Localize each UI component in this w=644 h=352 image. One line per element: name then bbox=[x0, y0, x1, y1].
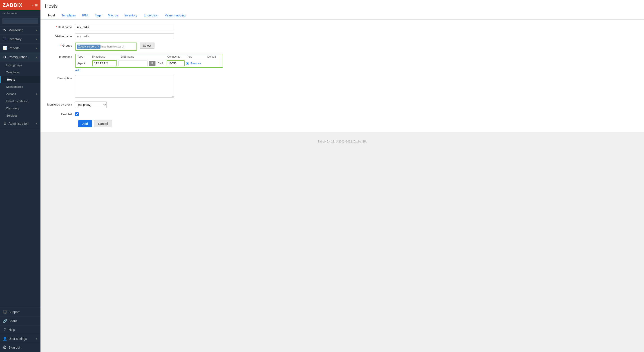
proxy-label: Monitored by proxy bbox=[46, 102, 75, 106]
description-row: Description bbox=[46, 75, 638, 98]
sidebar-subitem-hosts[interactable]: Hosts bbox=[0, 76, 40, 83]
description-label: Description bbox=[46, 75, 75, 80]
sidebar-item-share-label: Share bbox=[8, 319, 38, 323]
col-ip-header: IP address bbox=[92, 55, 118, 58]
tab-inventory[interactable]: Inventory bbox=[121, 12, 140, 19]
connect-ip-button[interactable]: IP bbox=[149, 61, 155, 66]
host-name-label: Host name bbox=[46, 24, 75, 29]
host-name-input[interactable] bbox=[75, 24, 174, 30]
interface-type: Agent bbox=[77, 62, 91, 65]
sidebar-user: zabbix-redis bbox=[0, 10, 40, 17]
sidebar-bottom: 🎧 Support 🔗 Share ? Help 👤 User settings… bbox=[0, 307, 40, 352]
help-icon: ? bbox=[3, 328, 7, 332]
description-field-container bbox=[75, 75, 174, 98]
configuration-chevron: ▲ bbox=[35, 56, 38, 59]
col-dns-header: DNS name bbox=[121, 55, 166, 58]
sidebar-item-configuration[interactable]: ⚙ Configuration ▲ bbox=[0, 53, 40, 62]
sidebar-subitem-services[interactable]: Services bbox=[0, 112, 40, 119]
sidebar-subitem-discovery[interactable]: Discovery bbox=[0, 105, 40, 112]
sidebar-item-inventory[interactable]: ☰ Inventory ▼ bbox=[0, 35, 40, 44]
sidebar-subitem-host-groups[interactable]: Host groups bbox=[0, 62, 40, 69]
sidebar-subitem-templates[interactable]: Templates bbox=[0, 69, 40, 76]
proxy-select[interactable]: (no proxy) bbox=[75, 102, 106, 108]
proxy-field-container: (no proxy) bbox=[75, 102, 174, 108]
interface-ip-input[interactable] bbox=[92, 60, 117, 66]
logo-text: ZABBIX bbox=[3, 2, 22, 8]
expand-icon[interactable]: ⊞ bbox=[35, 3, 38, 7]
monitoring-icon: 👁 bbox=[3, 28, 7, 32]
sidebar-item-support[interactable]: 🎧 Support bbox=[0, 307, 40, 316]
sidebar-item-support-label: Support bbox=[8, 310, 38, 314]
visible-name-label: Visible name bbox=[46, 33, 75, 38]
sidebar-subitem-discovery-label: Discovery bbox=[6, 107, 19, 110]
sidebar-item-share[interactable]: 🔗 Share bbox=[0, 316, 40, 325]
add-button[interactable]: Add bbox=[78, 120, 92, 127]
inventory-chevron: ▼ bbox=[35, 38, 38, 41]
interface-dns-input[interactable] bbox=[118, 61, 148, 66]
host-name-field-container bbox=[75, 24, 174, 30]
host-name-row: Host name bbox=[46, 24, 638, 30]
tab-encryption[interactable]: Encryption bbox=[140, 12, 162, 19]
page-title: Hosts bbox=[45, 3, 640, 9]
page-header: Hosts Host Templates IPMI Tags Macros In… bbox=[40, 0, 644, 20]
interfaces-row: Interfaces Type IP address DNS name Conn… bbox=[46, 54, 638, 72]
sidebar-search-input[interactable] bbox=[2, 18, 38, 24]
tab-host[interactable]: Host bbox=[45, 12, 58, 19]
sidebar-item-monitoring[interactable]: 👁 Monitoring ▼ bbox=[0, 26, 40, 35]
sidebar-subitem-services-label: Services bbox=[6, 114, 18, 117]
tab-ipmi[interactable]: IPMI bbox=[79, 12, 92, 19]
sidebar-item-inventory-label: Inventory bbox=[8, 37, 34, 41]
groups-tag-chip: Zabbix servers ✕ bbox=[77, 45, 100, 49]
interfaces-container: Type IP address DNS name Connect to Port… bbox=[75, 54, 223, 72]
visible-name-field-container bbox=[75, 33, 174, 39]
add-interface-link[interactable]: Add bbox=[75, 69, 80, 72]
interfaces-table: Type IP address DNS name Connect to Port… bbox=[75, 54, 223, 68]
reports-chevron: ▼ bbox=[35, 47, 38, 50]
form-area: Host name Visible name Groups Zabbix ser… bbox=[40, 20, 644, 132]
sidebar-subitem-maintenance-label: Maintenance bbox=[6, 85, 23, 89]
tab-value-mapping[interactable]: Value mapping bbox=[162, 12, 189, 19]
sidebar-subitem-event-correlation[interactable]: Event correlation bbox=[0, 98, 40, 105]
user-settings-icon: 👤 bbox=[3, 336, 7, 341]
connect-dns-button[interactable]: DNS bbox=[156, 61, 165, 66]
interface-port-input[interactable] bbox=[166, 60, 184, 66]
visible-name-input[interactable] bbox=[75, 33, 174, 39]
sidebar-logo: ZABBIX « ⊞ bbox=[0, 0, 40, 10]
description-textarea[interactable] bbox=[75, 75, 174, 98]
groups-field-row: Zabbix servers ✕ Select bbox=[75, 43, 154, 51]
reports-icon: 📊 bbox=[3, 46, 7, 50]
share-icon: 🔗 bbox=[3, 319, 7, 323]
groups-search-input[interactable] bbox=[102, 45, 135, 48]
enabled-checkbox[interactable] bbox=[75, 112, 79, 116]
sidebar-item-help-label: Help bbox=[8, 328, 38, 331]
configuration-icon: ⚙ bbox=[3, 55, 7, 59]
interface-row: Agent IP DNS Remove bbox=[76, 59, 222, 67]
interface-remove-link[interactable]: Remove bbox=[190, 62, 201, 65]
actions-chevron: ▶ bbox=[36, 93, 38, 95]
sidebar-subitem-host-groups-label: Host groups bbox=[6, 64, 22, 67]
sidebar-search-container bbox=[0, 17, 40, 26]
page-footer: Zabbix 5.4.12. © 2001–2022, Zabbix SIA bbox=[40, 136, 644, 147]
enabled-row: Enabled bbox=[46, 111, 638, 117]
cancel-button[interactable]: Cancel bbox=[94, 120, 112, 127]
sidebar-item-administration[interactable]: 🖥 Administration ▼ bbox=[0, 119, 40, 128]
tab-templates[interactable]: Templates bbox=[58, 12, 79, 19]
sidebar-item-help[interactable]: ? Help bbox=[0, 325, 40, 334]
sidebar-item-user-settings-label: User settings bbox=[8, 337, 34, 340]
groups-tag-remove[interactable]: ✕ bbox=[97, 45, 99, 48]
select-button[interactable]: Select bbox=[140, 43, 154, 49]
interface-default-radio[interactable] bbox=[186, 62, 189, 65]
sidebar-item-configuration-label: Configuration bbox=[8, 55, 34, 59]
sidebar-subitem-actions[interactable]: Actions ▶ bbox=[0, 91, 40, 98]
sidebar-subitem-actions-label: Actions bbox=[6, 92, 16, 96]
sidebar-item-reports[interactable]: 📊 Reports ▼ bbox=[0, 44, 40, 53]
sidebar-item-sign-out[interactable]: ⏻ Sign out bbox=[0, 343, 40, 352]
col-port-header: Port bbox=[187, 55, 206, 58]
collapse-icon[interactable]: « bbox=[32, 3, 34, 7]
tab-macros[interactable]: Macros bbox=[104, 12, 121, 19]
tabs-container: Host Templates IPMI Tags Macros Inventor… bbox=[45, 12, 640, 19]
groups-field[interactable]: Zabbix servers ✕ bbox=[75, 43, 137, 51]
tab-tags[interactable]: Tags bbox=[92, 12, 105, 19]
sidebar-item-user-settings[interactable]: 👤 User settings ▼ bbox=[0, 334, 40, 343]
sidebar-subitem-maintenance[interactable]: Maintenance bbox=[0, 83, 40, 91]
